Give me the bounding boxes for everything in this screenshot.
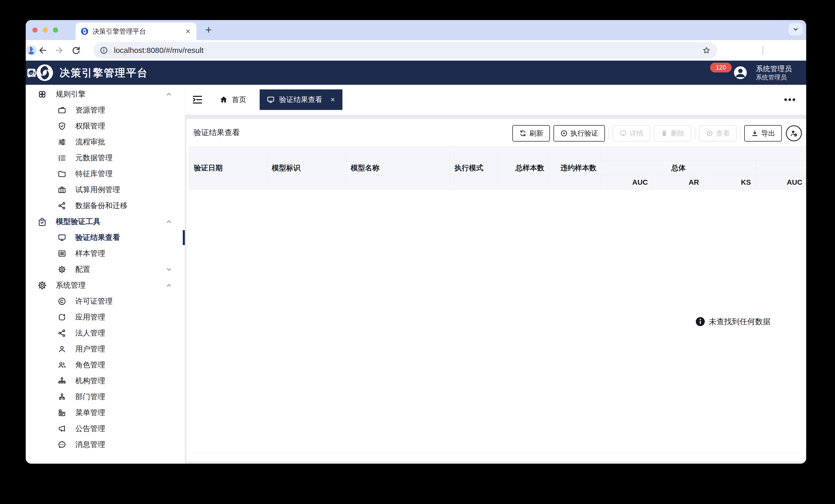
sidebar-item-label: 验证结果查看 [75, 232, 120, 243]
tab-close-icon[interactable] [185, 28, 191, 35]
execute-label: 执行验证 [570, 129, 598, 138]
sidebar-item-permission-mgmt[interactable]: 权限管理 [26, 118, 185, 134]
sidebar-item-legal-entity-mgmt[interactable]: 法人管理 [26, 325, 185, 341]
sidebar-item-data-backup-migration[interactable]: 数据备份和迁移 [26, 198, 185, 214]
sidebar-item-label: 机构管理 [75, 376, 105, 386]
horizontal-scroll-area[interactable] [186, 453, 806, 462]
sidebar-group-label: 模型验证工具 [56, 216, 101, 227]
messages-icon[interactable] [26, 67, 38, 80]
sidebar-item-license-mgmt[interactable]: 许可证管理 [26, 293, 185, 309]
window-controls [33, 27, 58, 33]
toolbar-divider [695, 127, 695, 139]
tab-options-kebab-icon[interactable] [784, 96, 796, 103]
column-header-total-samples[interactable]: 总样本数 [498, 146, 549, 190]
tab-home[interactable]: 首页 [219, 93, 246, 106]
app-title: 决策引擎管理平台 [60, 66, 148, 80]
column-header-model-id[interactable]: 模型标识 [267, 146, 346, 190]
sidebar-item-menu-mgmt[interactable]: 菜单管理 [26, 405, 185, 421]
browser-menu-kebab-icon[interactable] [26, 45, 36, 56]
layout-gap [185, 114, 806, 119]
detail-button[interactable]: 详情 [613, 125, 650, 142]
column-group-overall[interactable]: 总体 [601, 161, 756, 175]
sidebar-item-validation-results[interactable]: 验证结果查看 [26, 230, 185, 246]
list-card-icon [57, 249, 66, 258]
sidebar-item-role-mgmt[interactable]: 角色管理 [26, 357, 185, 373]
url-text[interactable]: localhost:8080/#/mv/result [114, 46, 702, 55]
sidebar-item-label: 消息管理 [75, 440, 105, 450]
metric-column-group: 总体 AUC AR KS AUC [601, 146, 806, 190]
user-info[interactable]: 系统管理员 系统管理员 [756, 64, 792, 81]
back-icon[interactable] [38, 45, 48, 56]
sidebar-item-announcement-mgmt[interactable]: 公告管理 [26, 421, 185, 437]
refresh-button[interactable]: 刷新 [512, 125, 550, 142]
users-icon [57, 360, 66, 370]
sidebar-item-feature-library[interactable]: 特征库管理 [26, 166, 185, 182]
sidebar-item-message-mgmt[interactable]: 消息管理 [26, 437, 185, 453]
address-bar[interactable]: localhost:8080/#/mv/result [93, 42, 717, 59]
close-icon[interactable] [330, 97, 336, 103]
app-logo-swirl-icon [36, 63, 54, 82]
collapse-sidebar-icon[interactable] [191, 93, 204, 106]
user-gear-icon [790, 129, 798, 138]
sidebar-item-metadata-mgmt[interactable]: 123 元数据管理 [26, 150, 185, 166]
delete-button[interactable]: 删除 [654, 125, 691, 142]
column-header-model-name[interactable]: 模型名称 [346, 146, 450, 190]
page-info-icon[interactable] [100, 46, 108, 55]
view-button[interactable]: 查看 [699, 125, 736, 142]
briefcase-icon [57, 185, 66, 194]
home-icon [219, 95, 228, 104]
copyright-icon [57, 297, 66, 306]
empty-state: 未查找到任何数据 [695, 316, 771, 327]
sidebar-item-test-case-mgmt[interactable]: 试算用例管理 [26, 182, 185, 198]
sidebar-group-rules-engine[interactable]: 规则引擎 [26, 86, 185, 102]
sidebar-group-label: 规则引擎 [56, 89, 86, 100]
reload-icon[interactable] [71, 45, 81, 56]
column-header-ar[interactable]: AR [653, 175, 704, 190]
close-window-button[interactable] [33, 27, 38, 33]
sidebar-group-system-mgmt[interactable]: 系统管理 [26, 277, 185, 293]
results-table-header: 验证日期 模型标识 模型名称 执行模式 总样本数 违约样本数 总体 [189, 146, 806, 190]
bookmark-star-icon[interactable] [702, 46, 711, 55]
sidebar-item-label: 权限管理 [75, 121, 105, 131]
column-header-exec-mode[interactable]: 执行模式 [450, 146, 498, 190]
forward-icon[interactable] [54, 45, 64, 56]
column-header-auc[interactable]: AUC [601, 175, 653, 190]
sidebar-item-label: 元数据管理 [75, 153, 113, 163]
column-header-default-samples[interactable]: 违约样本数 [549, 146, 601, 190]
sidebar-group-label: 系统管理 [56, 280, 86, 291]
column-header-ks[interactable]: KS [704, 175, 756, 190]
sidebar-item-configuration[interactable]: 配置 [26, 261, 185, 277]
minimize-window-button[interactable] [43, 27, 48, 33]
hierarchy-icon [57, 392, 66, 401]
group-header-empty-row [601, 146, 806, 161]
results-table-body: 未查找到任何数据 [189, 190, 806, 453]
svg-text:3: 3 [59, 159, 60, 162]
sidebar-item-app-mgmt[interactable]: 应用管理 [26, 309, 185, 325]
sidebar-item-organization-mgmt[interactable]: 机构管理 [26, 373, 185, 389]
tab-search-button[interactable] [789, 23, 803, 36]
column-settings-button[interactable] [786, 125, 802, 141]
sidebar-item-resource-mgmt[interactable]: 资源管理 [26, 102, 185, 118]
sidebar-item-department-mgmt[interactable]: 部门管理 [26, 389, 185, 405]
execute-validation-button[interactable]: 执行验证 [553, 125, 605, 142]
browser-tab[interactable]: 决策引擎管理平台 [76, 23, 197, 40]
browser-toolbar: localhost:8080/#/mv/result [26, 40, 806, 61]
toolbar-divider [609, 127, 609, 139]
zoom-window-button[interactable] [53, 27, 58, 33]
tab-home-label: 首页 [232, 95, 246, 105]
export-button[interactable]: 导出 [744, 125, 782, 142]
column-header-auc-next[interactable]: AUC [756, 175, 806, 190]
user-avatar[interactable] [732, 64, 749, 81]
sidebar-nav: 规则引擎 资源管理 权限管理 流程审批 123 元数据管理 特征 [26, 85, 185, 464]
sidebar-item-process-approval[interactable]: 流程审批 [26, 134, 185, 150]
sidebar-item-label: 公告管理 [75, 424, 105, 434]
new-tab-button[interactable]: + [202, 24, 215, 37]
sidebar-item-label: 流程审批 [75, 137, 105, 147]
column-header-validation-date[interactable]: 验证日期 [189, 146, 267, 190]
export-label: 导出 [761, 129, 775, 138]
sidebar-item-user-mgmt[interactable]: 用户管理 [26, 341, 185, 357]
sidebar-group-model-validation[interactable]: 模型验证工具 [26, 214, 185, 230]
tab-validation-results[interactable]: 验证结果查看 [260, 89, 342, 110]
eye-target-icon [706, 129, 713, 137]
sidebar-item-sample-mgmt[interactable]: 样本管理 [26, 246, 185, 261]
